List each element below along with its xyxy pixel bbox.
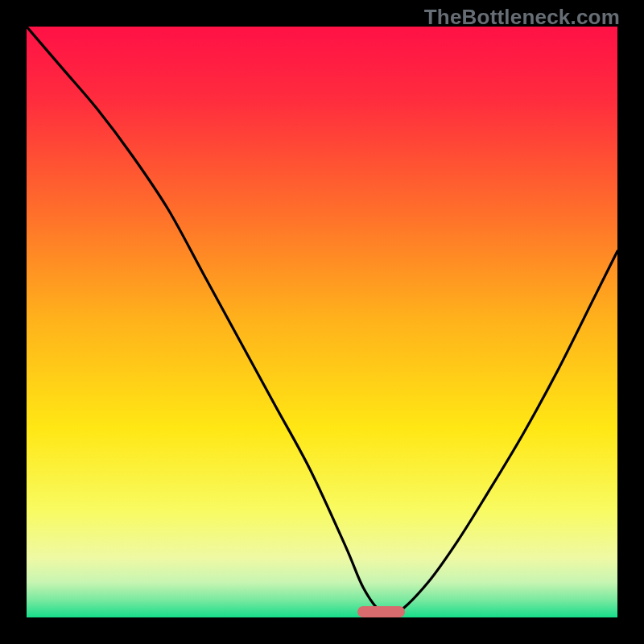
chart-frame: TheBottleneck.com <box>0 0 644 644</box>
optimal-range-marker <box>357 606 405 617</box>
bottleneck-curve <box>27 27 617 617</box>
plot-area <box>27 27 617 617</box>
